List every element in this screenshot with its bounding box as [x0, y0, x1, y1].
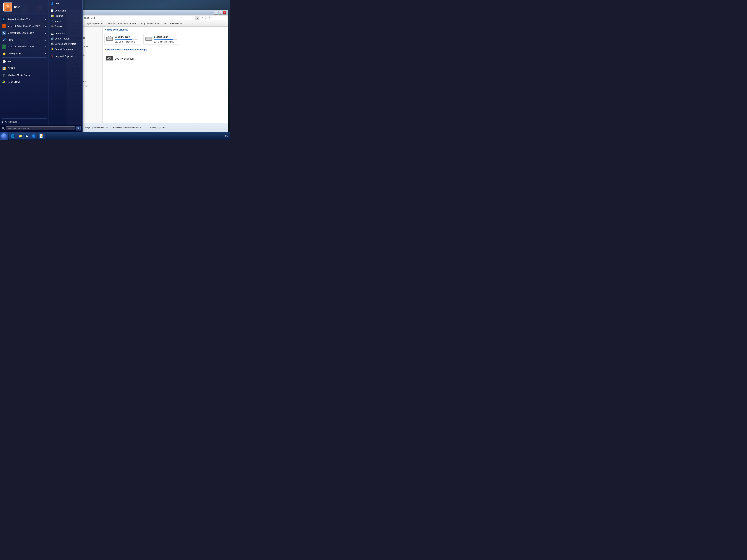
chrome-taskbar-icon: 🔵 [32, 134, 36, 138]
right-item-user[interactable]: 👤 User [49, 1, 81, 6]
computer-right-icon: 💻 [51, 32, 54, 35]
dvd-name: DVD RW Drive (E:) [115, 58, 134, 60]
taskbar-item-chrome[interactable]: 🔵 [30, 133, 37, 139]
address-bar[interactable]: 💻 Computer ▼ [82, 16, 194, 20]
system-info-bar: USER-PC Workgroup: WORKGROUP Processor: … [67, 123, 228, 132]
right-item-help[interactable]: ❓ Help and Support [49, 54, 81, 59]
arrow-icon: ▶ [45, 25, 47, 27]
system-properties-button[interactable]: System properties [85, 22, 106, 26]
start-menu-programs-list: Ps Adobe Photoshop CS3 ▶ P Microsoft Off… [0, 15, 48, 118]
getting-started-icon: ⭐ [2, 51, 6, 56]
taskbar-item-ie[interactable]: 🌐 [9, 133, 16, 139]
svg-text:WIN: WIN [108, 35, 111, 37]
drive-c-bar [115, 39, 132, 40]
paint-icon: 🖌️ [2, 38, 6, 42]
taskbar-item-notepad[interactable]: 📝 [38, 133, 45, 139]
drive-c-icon: WIN [106, 35, 113, 43]
arrow-icon: ▶ [45, 53, 47, 55]
uninstall-button[interactable]: Uninstall or change a program [106, 22, 139, 26]
program-photoshop[interactable]: Ps Adobe Photoshop CS3 ▶ [0, 16, 48, 23]
right-item-music[interactable]: 🎵 Music [49, 19, 81, 24]
program-gimp[interactable]: 🖼️ GIMP 2 [0, 65, 48, 72]
taskbar-item-explorer[interactable]: 📁 [17, 133, 24, 139]
program-gdrive[interactable]: Google Drive [0, 79, 48, 85]
control-panel-button[interactable]: Open Control Panel [161, 22, 183, 26]
start-menu-top: User Ps Adobe Photoshop CS3 ▶ P Microsof… [0, 0, 82, 125]
drive-d-bar [154, 39, 173, 40]
start-menu-left-panel: User Ps Adobe Photoshop CS3 ▶ P Microsof… [0, 0, 49, 125]
drive-c-free: 213 GB free of 292 GB [115, 41, 138, 43]
default-programs-right-icon: ⭐ [51, 48, 54, 50]
program-paint[interactable]: 🖌️ Paint ▶ [0, 36, 48, 43]
removable-section-header: ▼ Devices with Removable Storage (1) [104, 48, 226, 52]
close-button[interactable]: ✕ [223, 11, 227, 15]
program-search-input[interactable]: Search programs and files [6, 126, 75, 130]
explorer-toolbar: Organize ▼ System properties Uninstall o… [67, 21, 228, 27]
dvd-info: DVD RW Drive (E:) [115, 58, 134, 60]
start-orb [1, 133, 7, 139]
program-getting-started[interactable]: ⭐ Getting Started ▶ [0, 50, 48, 57]
program-word[interactable]: W Microsoft Office Word 2007 ▶ [0, 30, 48, 36]
explorer-content: ▶ Favorites 🖥️ Desktop 📥 Downloads △ Goo… [67, 27, 228, 123]
drives-grid: WIN Local Disk (C:) 213 GB free of 292 G… [104, 34, 226, 45]
maximize-button[interactable]: □ [218, 11, 222, 15]
drive-d-info: Local Disk (D:) 137 GB free of 172 GB [154, 36, 177, 43]
all-programs-item[interactable]: ▶ All Programs [0, 119, 48, 125]
hard-disk-section-header: ▼ Hard Disk Drives (2) [104, 28, 226, 32]
user-name: User [14, 5, 20, 8]
start-button[interactable] [0, 132, 8, 140]
right-item-devices-printers[interactable]: 🖨️ Devices and Printers [49, 42, 81, 46]
program-excel[interactable]: X Microsoft Office Excel 2007 ▶ [0, 43, 48, 50]
right-item-documents[interactable]: 📄 Documents [49, 8, 81, 13]
excel-icon: X [2, 45, 6, 49]
powerpoint-icon: P [2, 24, 6, 28]
gdrive-program-icon [2, 80, 6, 84]
workgroup-value: WORKGROUP [94, 126, 108, 129]
workgroup-label: Workgroup: [84, 126, 94, 129]
search-field[interactable]: Search Co... [200, 16, 227, 20]
processor-info: Processor: Genuine Intel(R) CPU ... [113, 126, 145, 129]
right-item-default-programs[interactable]: ⭐ Default Programs [49, 47, 81, 52]
taskbar: 🌐 📁 ▶ 🔵 📝 EN [0, 132, 230, 140]
dvd-drive-item[interactable]: DVD DVD RW Drive (E:) [104, 54, 226, 64]
arrow-icon: ▶ [45, 39, 47, 41]
word-icon: W [2, 31, 6, 35]
clock-text: EN [225, 135, 228, 137]
explorer-window: 💻 Computer _ □ ✕ ◀ ▶ ▲ 💻 Computer ▼ ↻ Se… [67, 10, 228, 132]
drive-c-item[interactable]: WIN Local Disk (C:) 213 GB free of 292 G… [104, 34, 140, 45]
program-powerpoint[interactable]: P Microsoft Office PowerPoint 2007 ▶ [0, 23, 48, 30]
right-item-computer[interactable]: 💻 Computer [49, 31, 81, 36]
right-item-pictures[interactable]: 🖼️ Pictures [49, 14, 81, 18]
user-area: User [2, 1, 47, 14]
drive-d-item[interactable]: Local Disk (D:) 137 GB free of 172 GB [144, 34, 179, 45]
control-panel-right-icon: ⚙️ [51, 37, 54, 40]
taskbar-item-media[interactable]: ▶ [24, 133, 30, 139]
explorer-main-pane: ▼ Hard Disk Drives (2) WIN [103, 27, 228, 123]
minimize-button[interactable]: _ [214, 11, 218, 15]
drive-d-free: 137 GB free of 172 GB [154, 41, 177, 43]
address-text: Computer [87, 17, 97, 19]
start-menu: User Ps Adobe Photoshop CS3 ▶ P Microsof… [0, 0, 83, 132]
search-submit-button[interactable]: 🔍 [76, 126, 81, 131]
processor-value: Genuine Intel(R) CPU [123, 126, 142, 129]
dvd-icon: DVD [106, 55, 113, 63]
drive-d-name: Local Disk (D:) [154, 36, 177, 38]
all-programs-label: All Programs [5, 121, 18, 123]
removable-storage-section: ▼ Devices with Removable Storage (1) DVD [104, 48, 226, 64]
devices-right-icon: 🖨️ [51, 43, 54, 45]
memory-value: 2,00 GB [158, 126, 165, 129]
memory-info: Memory: 2,00 GB [150, 126, 165, 129]
refresh-button[interactable]: ↻ [195, 16, 199, 20]
hard-disk-section-title: Hard Disk Drives (2) [107, 28, 129, 31]
drive-c-bar-container [115, 39, 138, 40]
imvu-icon: 💬 [2, 59, 6, 64]
map-network-button[interactable]: Map network drive [139, 22, 160, 26]
right-item-control-panel[interactable]: ⚙️ Control Panel [49, 36, 81, 41]
taskbar-items: 🌐 📁 ▶ 🔵 📝 [8, 133, 224, 139]
program-media-center[interactable]: 🎵 Windows Media Center [0, 72, 48, 79]
right-item-user-label: User [55, 2, 59, 5]
program-imvu[interactable]: 💬 IMVU [0, 58, 48, 65]
arrow-icon: ▶ [45, 19, 47, 21]
drive-c-info: Local Disk (C:) 213 GB free of 292 GB [115, 36, 138, 43]
right-item-games[interactable]: 🎮 Games [49, 24, 81, 29]
